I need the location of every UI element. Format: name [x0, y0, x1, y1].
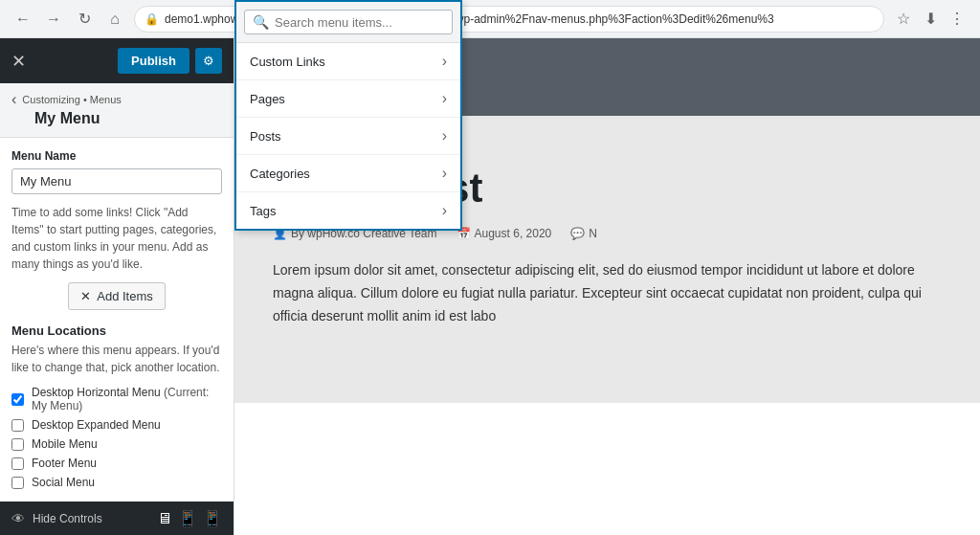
menu-locations-heading: Menu Locations	[11, 323, 222, 338]
list-item: Desktop Horizontal Menu (Current: My Men…	[11, 386, 222, 412]
posts-label: Posts	[250, 129, 281, 144]
star-button[interactable]: ☆	[892, 8, 915, 31]
main-content: ✕ Publish ⚙ ‹ Customizing • Menus My Men…	[0, 38, 980, 535]
social-menu-checkbox[interactable]	[11, 477, 24, 489]
mobile-menu-label: Mobile Menu	[32, 437, 98, 451]
post-date-meta: 📅 August 6, 2020	[457, 227, 552, 240]
desktop-horizontal-label: Desktop Horizontal Menu (Current: My Men…	[32, 386, 222, 412]
breadcrumb-back-button[interactable]: ‹	[11, 91, 16, 108]
hide-controls-bar: 👁 Hide Controls 🖥 📱 📱	[0, 502, 234, 535]
browser-bar: ← → ↻ ⌂ 🔒 demo1.wphow.xyz/wp-admin/custo…	[0, 0, 980, 38]
add-items-label: Add Items	[97, 289, 153, 303]
social-menu-label: Social Menu	[32, 476, 95, 489]
eye-icon: 👁	[11, 511, 25, 526]
custom-links-label: Custom Links	[250, 55, 325, 69]
browser-menu-button[interactable]: ⋮	[946, 8, 969, 31]
custom-links-chevron: ›	[442, 53, 447, 70]
device-buttons: 🖥 📱 📱	[157, 509, 222, 527]
breadcrumb-area: ‹ Customizing • Menus My Menu	[0, 83, 234, 138]
breadcrumb-text: Customizing • Menus	[22, 94, 122, 105]
mobile-menu-checkbox[interactable]	[11, 438, 24, 451]
refresh-button[interactable]: ↻	[73, 8, 96, 31]
desktop-expanded-label: Desktop Expanded Menu	[32, 418, 161, 432]
footer-menu-label: Footer Menu	[32, 457, 97, 470]
download-button[interactable]: ⬇	[919, 8, 942, 31]
checkbox-list: Desktop Horizontal Menu (Current: My Men…	[11, 386, 222, 489]
desktop-view-button[interactable]: 🖥	[157, 509, 172, 527]
categories-label: Categories	[250, 167, 310, 181]
post-excerpt: Lorem ipsum dolor sit amet, consectetur …	[273, 259, 942, 327]
menu-locations-desc: Here's where this menu appears. If you'd…	[11, 342, 222, 376]
helper-text: Time to add some links! Click "Add Items…	[11, 204, 222, 273]
menu-name-input[interactable]	[11, 168, 222, 194]
posts-item[interactable]: Posts ›	[236, 118, 460, 155]
tags-label: Tags	[250, 204, 276, 218]
tablet-view-button[interactable]: 📱	[178, 509, 197, 527]
settings-button[interactable]: ⚙	[195, 48, 222, 74]
footer-menu-checkbox[interactable]	[11, 457, 24, 470]
back-button[interactable]: ←	[11, 8, 34, 31]
desktop-expanded-checkbox[interactable]	[11, 419, 24, 432]
comments-text: N	[589, 227, 597, 240]
lock-icon: 🔒	[145, 12, 159, 26]
publish-area: Publish ⚙	[118, 48, 222, 74]
list-item: Social Menu	[11, 476, 222, 489]
browser-actions: ☆ ⬇ ⋮	[892, 8, 969, 31]
posts-chevron: ›	[442, 127, 447, 145]
customizer-header: ✕ Publish ⚙	[0, 38, 234, 83]
menu-name-label: Menu Name	[11, 149, 222, 163]
categories-item[interactable]: Categories ›	[236, 155, 460, 192]
post-date: August 6, 2020	[475, 227, 552, 240]
add-items-button[interactable]: ✕ Add Items	[68, 282, 166, 310]
section-title: My Menu	[11, 110, 222, 133]
close-button[interactable]: ✕	[11, 53, 26, 70]
pages-label: Pages	[250, 92, 285, 106]
pages-item[interactable]: Pages ›	[236, 80, 460, 118]
hide-controls-text: Hide Controls	[33, 512, 149, 525]
desktop-horizontal-checkbox[interactable]	[11, 393, 24, 406]
custom-links-item[interactable]: Custom Links ›	[236, 43, 460, 80]
add-items-icon: ✕	[80, 289, 91, 303]
home-button[interactable]: ⌂	[103, 8, 126, 31]
breadcrumb-nav: ‹ Customizing • Menus	[11, 91, 222, 108]
tags-item[interactable]: Tags ›	[236, 192, 460, 229]
categories-chevron: ›	[442, 165, 447, 182]
list-item: Footer Menu	[11, 457, 222, 470]
customizer-panel: ✕ Publish ⚙ ‹ Customizing • Menus My Men…	[0, 38, 234, 535]
list-item: Mobile Menu	[11, 437, 222, 451]
publish-button[interactable]: Publish	[118, 48, 189, 74]
panel-body: Menu Name Time to add some links! Click …	[0, 138, 234, 506]
forward-button[interactable]: →	[42, 8, 65, 31]
tags-chevron: ›	[442, 202, 447, 219]
dropdown-panel: 🔍 Custom Links › Pages › Posts › Categor…	[234, 38, 462, 231]
post-comments-meta: 💬 N	[570, 227, 597, 240]
comment-icon: 💬	[570, 227, 585, 240]
list-item: Desktop Expanded Menu	[11, 418, 222, 432]
pages-chevron: ›	[442, 90, 447, 107]
menu-type-list: Custom Links › Pages › Posts › Categorie…	[236, 43, 460, 229]
mobile-view-button[interactable]: 📱	[203, 509, 222, 527]
